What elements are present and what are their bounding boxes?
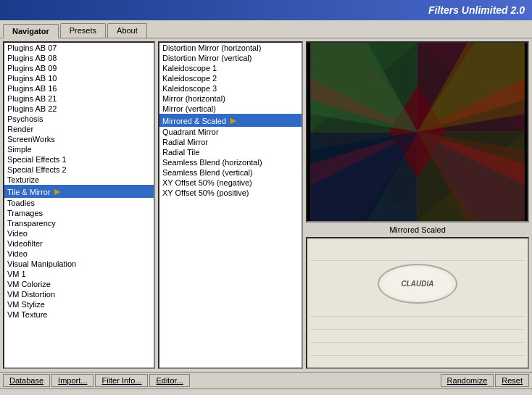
tab-navigator[interactable]: Navigator [3, 24, 59, 38]
tab-about[interactable]: About [107, 23, 147, 38]
list-item[interactable]: Mirror (horizontal) [159, 93, 302, 104]
filter-category-list[interactable]: Plugins AB 07Plugins AB 08Plugins AB 09P… [3, 41, 155, 369]
list-item[interactable]: Mirrored & Scaled ► [159, 114, 302, 127]
list-item[interactable]: Texturize [4, 175, 154, 185]
list-item[interactable]: Psychosis [4, 114, 154, 124]
list-item[interactable]: Plugins AB 21 [4, 93, 154, 104]
list-item[interactable]: Plugins AB 16 [4, 83, 154, 93]
list-item[interactable]: XY Offset 50% (positive) [159, 188, 302, 198]
list-item[interactable]: VM Colorize [4, 279, 154, 289]
empty-line-2 [310, 307, 525, 317]
list-item[interactable]: VM Texture [4, 309, 154, 320]
list-item[interactable]: Distortion Mirror (horizontal) [159, 43, 302, 53]
tab-presets[interactable]: Presets [60, 23, 106, 38]
preview-bottom: CLAUDIA [306, 237, 529, 369]
filter-info-button[interactable]: Filter Info... [95, 374, 148, 387]
bottom-toolbar: Database Import... Filter Info... Editor… [0, 372, 532, 388]
list-item[interactable]: Seamless Blend (horizontal) [159, 157, 302, 167]
list-item[interactable]: Plugins AB 22 [4, 104, 154, 114]
randomize-button[interactable]: Randomize [441, 374, 494, 387]
list-item[interactable]: Toadies [4, 198, 154, 208]
list-item[interactable]: Plugins AB 07 [4, 43, 154, 53]
list-item[interactable]: VM Distortion [4, 289, 154, 299]
list-item[interactable]: VM Stylize [4, 299, 154, 309]
list-item[interactable]: Tile & Mirror ► [4, 185, 154, 198]
right-panel: Mirrored Scaled CLAUDIA [306, 41, 529, 369]
list-item[interactable]: Plugins AB 09 [4, 63, 154, 73]
preview-image [306, 41, 529, 223]
list-item[interactable]: Special Effects 2 [4, 165, 154, 175]
preview-svg [307, 43, 528, 221]
list-item[interactable]: Radial Tile [159, 147, 302, 157]
title-bar: Filters Unlimited 2.0 [0, 0, 532, 20]
list-item[interactable]: XY Offset 50% (negative) [159, 178, 302, 188]
list-item[interactable]: Mirror (vertical) [159, 104, 302, 114]
status-bar: Database: ICNET-Filters Filters: 2169 Ap… [0, 388, 532, 395]
tab-bar: Navigator Presets About [0, 20, 532, 38]
list-item[interactable]: Special Effects 1 [4, 154, 154, 165]
list-item[interactable]: Tramages [4, 208, 154, 218]
list-item[interactable]: Simple [4, 144, 154, 154]
import-button[interactable]: Import... [51, 374, 93, 387]
empty-line-4 [310, 333, 525, 343]
list-item[interactable]: Video [4, 228, 154, 238]
list-item[interactable]: Kaleidoscope 3 [159, 83, 302, 93]
database-button[interactable]: Database [3, 374, 50, 387]
empty-line-3 [310, 320, 525, 330]
list-item[interactable]: Radial Mirror [159, 137, 302, 147]
list-item[interactable]: ScreenWorks [4, 134, 154, 144]
list-item[interactable]: Kaleidoscope 2 [159, 73, 302, 83]
editor-button[interactable]: Editor... [149, 374, 189, 387]
list-item[interactable]: Seamless Blend (vertical) [159, 167, 302, 178]
preview-label: Mirrored Scaled [306, 224, 529, 236]
effect-list[interactable]: Distortion Mirror (horizontal)Distortion… [158, 41, 303, 369]
list-item[interactable]: Distortion Mirror (vertical) [159, 53, 302, 63]
main-content: Plugins AB 07Plugins AB 08Plugins AB 09P… [0, 38, 532, 372]
list-item[interactable]: Render [4, 124, 154, 134]
list-item[interactable]: Plugins AB 10 [4, 73, 154, 83]
empty-line-5 [310, 346, 525, 356]
list-item[interactable]: Visual Manipulation [4, 259, 154, 269]
app-title: Filters Unlimited 2.0 [428, 4, 525, 16]
list-item[interactable]: Transparency [4, 218, 154, 228]
list-item[interactable]: Videofilter [4, 238, 154, 249]
list-item[interactable]: Video [4, 249, 154, 259]
watermark: CLAUDIA [378, 264, 457, 304]
reset-button[interactable]: Reset [495, 374, 529, 387]
list-item[interactable]: VM 1 [4, 269, 154, 279]
empty-line-1 [310, 251, 525, 261]
list-item[interactable]: Quadrant Mirror [159, 127, 302, 137]
list-item[interactable]: Kaleidoscope 1 [159, 63, 302, 73]
list-item[interactable]: Plugins AB 08 [4, 53, 154, 63]
